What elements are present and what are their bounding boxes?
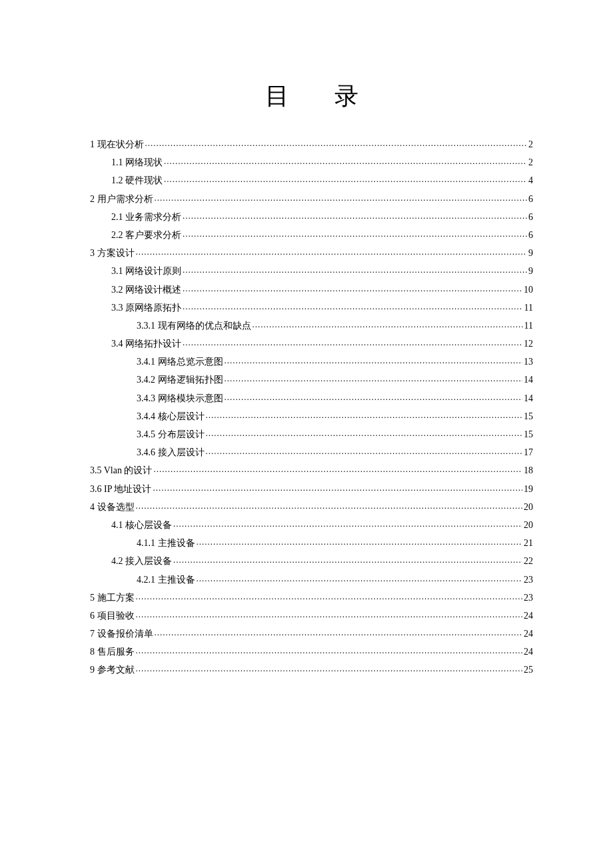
- toc-leader-dots: [136, 501, 523, 510]
- toc-entry-label: 4.2 接入层设备: [111, 557, 172, 566]
- toc-entry[interactable]: 2 用户需求分析6: [90, 193, 533, 204]
- toc-leader-dots: [225, 373, 523, 383]
- toc-entry-page: 23: [524, 593, 533, 603]
- toc-entry-label: 2 用户需求分析: [90, 195, 153, 204]
- toc-leader-dots: [206, 410, 523, 419]
- toc-entry[interactable]: 1 现在状分析2: [90, 138, 533, 149]
- toc-entry[interactable]: 4.2 接入层设备22: [90, 555, 533, 566]
- toc-leader-dots: [206, 446, 523, 455]
- toc-entry[interactable]: 3.4.1 网络总览示意图13: [90, 355, 533, 367]
- toc-entry[interactable]: 3.4.3 网络模块示意图14: [90, 392, 533, 403]
- toc-leader-dots: [183, 301, 523, 311]
- toc-entry[interactable]: 3.6 IP 地址设计19: [90, 483, 533, 494]
- toc-entry[interactable]: 7 设备报价清单24: [90, 627, 533, 639]
- toc-entry[interactable]: 1.2 硬件现状4: [90, 174, 533, 185]
- toc-entry[interactable]: 4.2.1 主推设备23: [90, 573, 533, 585]
- toc-entry-label: 3.3.1 现有网络的优点和缺点: [137, 321, 251, 331]
- toc-entry-page: 6: [528, 213, 533, 222]
- toc-entry-label: 3.2 网络设计概述: [111, 285, 181, 295]
- toc-leader-dots: [136, 663, 523, 673]
- toc-entry-label: 4 设备选型: [90, 503, 135, 512]
- toc-leader-dots: [183, 337, 522, 347]
- toc-leader-dots: [136, 591, 523, 601]
- toc-entry[interactable]: 3.1 网络设计原则9: [90, 265, 533, 276]
- toc-entry-page: 17: [524, 448, 533, 457]
- toc-entry-page: 15: [524, 430, 533, 439]
- toc-leader-dots: [225, 392, 523, 401]
- toc-entry-page: 24: [524, 647, 533, 657]
- toc-entry-page: 14: [524, 394, 533, 403]
- toc-entry-page: 19: [524, 485, 533, 494]
- toc-leader-dots: [145, 138, 528, 147]
- toc-entry-label: 1.1 网络现状: [111, 158, 163, 167]
- toc-entry-label: 3.4.2 网络逻辑拓扑图: [137, 375, 223, 385]
- toc-entry-page: 2: [528, 158, 533, 167]
- toc-leader-dots: [153, 464, 522, 473]
- toc-entry[interactable]: 4.1 核心层设备20: [90, 519, 533, 530]
- toc-entry-label: 8 售后服务: [90, 647, 135, 657]
- toc-entry-label: 4.1.1 主推设备: [137, 539, 195, 548]
- toc-entry-label: 3.4.3 网络模块示意图: [137, 394, 223, 403]
- toc-entry-page: 13: [524, 357, 533, 367]
- toc-entry[interactable]: 6 项目验收24: [90, 609, 533, 621]
- toc-entry-label: 7 设备报价清单: [90, 629, 153, 639]
- toc-entry-page: 14: [524, 375, 533, 385]
- toc-entry-label: 9 参考文献: [90, 665, 135, 675]
- toc-entry-label: 2.1 业务需求分析: [111, 213, 181, 222]
- toc-entry-label: 3.4.1 网络总览示意图: [137, 357, 223, 367]
- toc-entry-label: 3.5 Vlan 的设计: [90, 466, 152, 475]
- toc-leader-dots: [173, 555, 522, 564]
- toc-entry-label: 2.2 客户要求分析: [111, 231, 181, 240]
- toc-entry-label: 3 方案设计: [90, 249, 135, 258]
- toc-entry-page: 25: [524, 665, 533, 675]
- toc-entry[interactable]: 3.5 Vlan 的设计18: [90, 464, 533, 475]
- toc-leader-dots: [183, 265, 527, 274]
- toc-entry-label: 1 现在状分析: [90, 140, 144, 149]
- toc-entry-label: 5 施工方案: [90, 593, 135, 603]
- toc-entry[interactable]: 3.3.1 现有网络的优点和缺点11: [90, 319, 533, 331]
- toc-leader-dots: [136, 609, 523, 619]
- toc-leader-dots: [197, 537, 523, 546]
- toc-entry[interactable]: 3.4.5 分布层设计15: [90, 428, 533, 439]
- toc-leader-dots: [183, 229, 527, 238]
- toc-entry[interactable]: 5 施工方案23: [90, 591, 533, 603]
- toc-entry[interactable]: 3.2 网络设计概述10: [90, 283, 533, 295]
- toc-entry-page: 11: [524, 321, 533, 331]
- toc-entry[interactable]: 3.4.6 接入层设计17: [90, 446, 533, 457]
- toc-leader-dots: [183, 283, 522, 293]
- toc-entry[interactable]: 4 设备选型20: [90, 501, 533, 512]
- toc-entry-page: 6: [528, 195, 533, 204]
- toc-title: 目 录: [90, 80, 533, 113]
- toc-entry-label: 6 项目验收: [90, 611, 135, 621]
- toc-entry[interactable]: 4.1.1 主推设备21: [90, 537, 533, 548]
- toc-leader-dots: [136, 645, 523, 655]
- toc-entry-label: 3.4 网络拓扑设计: [111, 339, 181, 349]
- toc-entry-page: 20: [524, 521, 533, 530]
- toc-entry-label: 4.1 核心层设备: [111, 521, 172, 530]
- toc-entry-page: 15: [524, 412, 533, 421]
- toc-entry[interactable]: 2.2 客户要求分析6: [90, 229, 533, 240]
- toc-entry[interactable]: 9 参考文献25: [90, 663, 533, 675]
- toc-entry-page: 18: [524, 466, 533, 475]
- toc-entry-page: 20: [524, 503, 533, 512]
- toc-entry[interactable]: 3.4.2 网络逻辑拓扑图14: [90, 373, 533, 385]
- toc-entry[interactable]: 3 方案设计9: [90, 247, 533, 258]
- toc-entry-page: 12: [524, 339, 533, 349]
- toc-entry[interactable]: 3.4 网络拓扑设计12: [90, 337, 533, 349]
- toc-leader-dots: [136, 247, 528, 256]
- toc-entry[interactable]: 3.4.4 核心层设计15: [90, 410, 533, 421]
- toc-entry-page: 10: [524, 285, 533, 295]
- toc-entry-page: 21: [524, 539, 533, 548]
- toc-entry[interactable]: 3.3 原网络原拓扑11: [90, 301, 533, 313]
- toc-entry[interactable]: 2.1 业务需求分析6: [90, 211, 533, 222]
- toc-entry-label: 3.6 IP 地址设计: [90, 485, 151, 494]
- toc-entry-label: 3.3 原网络原拓扑: [111, 303, 181, 313]
- toc-entry-label: 1.2 硬件现状: [111, 176, 163, 185]
- toc-entry[interactable]: 8 售后服务24: [90, 645, 533, 657]
- toc-entry[interactable]: 1.1 网络现状2: [90, 156, 533, 167]
- title-char-2: 录: [334, 80, 358, 113]
- toc-leader-dots: [155, 627, 523, 637]
- toc-leader-dots: [183, 211, 527, 220]
- toc-leader-dots: [253, 319, 523, 329]
- toc-leader-dots: [173, 519, 522, 528]
